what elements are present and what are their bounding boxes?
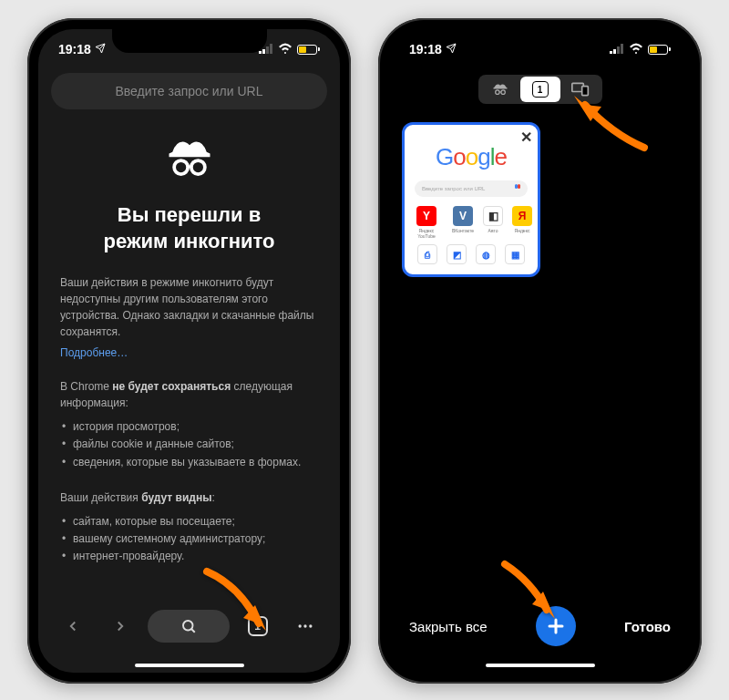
svg-point-8 xyxy=(298,624,301,627)
address-placeholder: Введите запрос или URL xyxy=(116,84,263,98)
segment-incognito[interactable] xyxy=(480,77,520,102)
phone-frame-left: 19:18 Введите запрос или URL xyxy=(27,18,351,684)
search-bar-preview: Введите запрос или URL xyxy=(415,180,528,197)
svg-point-6 xyxy=(183,621,193,631)
incognito-title: Вы перешли в режим инкогнито xyxy=(60,202,318,254)
battery-icon xyxy=(648,45,671,55)
google-logo: Google xyxy=(410,143,532,171)
svg-rect-2 xyxy=(266,46,269,54)
location-icon xyxy=(95,42,106,57)
status-time: 19:18 xyxy=(409,42,442,57)
address-bar[interactable]: Введите запрос или URL xyxy=(51,73,327,109)
svg-rect-15 xyxy=(621,44,623,54)
phone-frame-right: 19:18 xyxy=(378,18,702,684)
list-item: история просмотров; xyxy=(60,418,318,436)
notch xyxy=(463,29,618,53)
list-item: файлы cookie и данные сайтов; xyxy=(60,436,318,453)
shortcuts-row: YЯндекс YouTube VВКонтакте ◧Авто ЯЯндекс xyxy=(410,206,532,239)
back-button[interactable] xyxy=(53,618,93,634)
svg-rect-1 xyxy=(262,49,265,54)
segment-other-devices[interactable] xyxy=(560,77,601,102)
svg-point-5 xyxy=(190,160,204,174)
notch xyxy=(112,29,267,53)
bottom-toolbar: Закрыть все Готово xyxy=(389,602,691,665)
home-indicator[interactable] xyxy=(135,664,244,667)
list-item: сайтам, которые вы посещаете; xyxy=(60,513,318,530)
visible-list: сайтам, которые вы посещаете; вашему сис… xyxy=(60,513,318,566)
visible-heading: Ваши действия будут видны: xyxy=(60,489,318,506)
tab-count: 1 xyxy=(532,81,549,98)
done-button[interactable]: Готово xyxy=(624,619,671,634)
wifi-icon xyxy=(629,42,643,57)
status-time: 19:18 xyxy=(58,42,91,57)
tab-preview: Google Введите запрос или URL YЯндекс Yo… xyxy=(405,125,538,270)
bottom-toolbar: 1 xyxy=(38,602,340,665)
screen-tabs: 19:18 xyxy=(389,29,691,673)
svg-point-9 xyxy=(303,624,306,627)
shortcuts-row-2: ⎙ ◩ ◍ ▦ xyxy=(410,244,532,264)
svg-rect-3 xyxy=(270,44,272,54)
more-button[interactable] xyxy=(285,617,325,635)
svg-point-10 xyxy=(309,624,312,627)
list-item: интернет-провайдеру. xyxy=(60,548,318,565)
svg-point-17 xyxy=(500,90,504,94)
close-all-button[interactable]: Закрыть все xyxy=(409,619,488,634)
svg-rect-0 xyxy=(259,51,262,54)
svg-point-16 xyxy=(495,90,498,94)
forward-button[interactable] xyxy=(100,618,140,634)
battery-icon xyxy=(297,45,320,55)
location-icon xyxy=(446,42,457,57)
not-saved-list: история просмотров; файлы cookie и данны… xyxy=(60,418,318,471)
wifi-icon xyxy=(278,42,293,57)
close-icon[interactable]: ✕ xyxy=(520,129,532,146)
svg-rect-14 xyxy=(617,46,620,54)
tab-mode-segment: 1 xyxy=(478,75,602,104)
tabs-grid: ✕ Google Введите запрос или URL YЯндекс … xyxy=(389,104,691,295)
segment-regular-tabs[interactable]: 1 xyxy=(520,77,560,102)
svg-rect-13 xyxy=(613,49,616,54)
list-item: сведения, которые вы указываете в формах… xyxy=(60,454,318,471)
screen-incognito: 19:18 Введите запрос или URL xyxy=(38,29,340,673)
search-button[interactable] xyxy=(148,610,230,643)
svg-rect-12 xyxy=(610,51,612,54)
not-saved-heading: В Chrome не будет сохраняться следующая … xyxy=(60,378,318,411)
svg-point-4 xyxy=(174,160,188,174)
tab-count: 1 xyxy=(248,616,268,636)
tab-card[interactable]: ✕ Google Введите запрос или URL YЯндекс … xyxy=(402,122,540,277)
svg-line-7 xyxy=(191,629,195,633)
svg-rect-19 xyxy=(581,87,588,96)
new-tab-button[interactable] xyxy=(536,606,576,646)
tab-switcher-header: 1 xyxy=(389,75,691,104)
incognito-description: Ваши действия в режиме инкогнито будут н… xyxy=(60,274,318,340)
learn-more-link[interactable]: Подробнее… xyxy=(60,346,128,359)
list-item: вашему системному администратору; xyxy=(60,530,318,548)
mic-icon xyxy=(515,184,520,193)
tabs-button[interactable]: 1 xyxy=(238,616,278,636)
incognito-icon xyxy=(60,133,318,188)
home-indicator[interactable] xyxy=(486,664,595,667)
